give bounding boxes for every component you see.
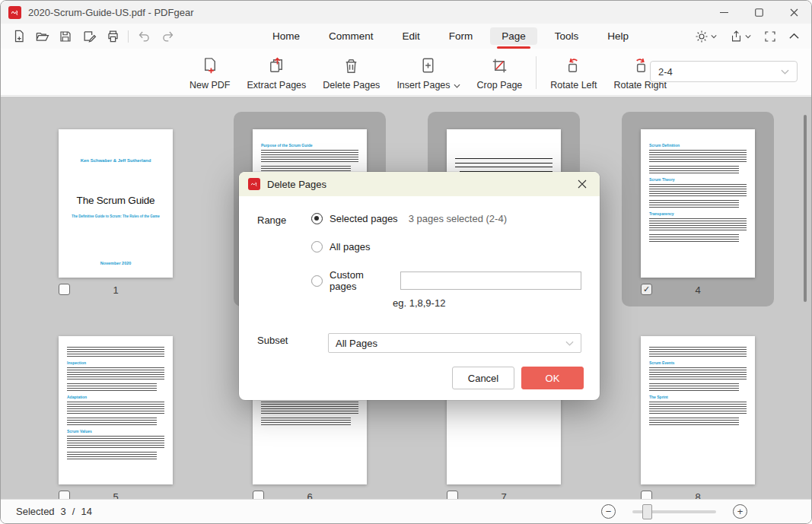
app-window: 2020-Scrum-Guide-US.pdf - PDFgear HomeCo…: [0, 0, 812, 524]
ribbon-separator: [536, 56, 537, 89]
tab-help[interactable]: Help: [596, 27, 640, 45]
maximize-button[interactable]: [741, 1, 776, 24]
page-range-combobox[interactable]: 2-4: [650, 61, 798, 82]
save-as-icon[interactable]: [81, 28, 97, 45]
crop-page-button[interactable]: Crop Page: [469, 53, 531, 92]
tab-edit[interactable]: Edit: [391, 27, 431, 45]
thumb-heading: Purpose of the Scrum Guide: [261, 143, 358, 148]
insert-pages-icon: [418, 55, 438, 76]
page-range-value: 2-4: [658, 66, 673, 78]
zoom-controls: − +: [601, 504, 747, 519]
radio-custom-pages[interactable]: Custom pages: [311, 269, 581, 292]
page-checkbox-7[interactable]: [447, 491, 458, 499]
zoom-slider[interactable]: [632, 510, 716, 513]
delete-pages-dialog: Delete Pages Range Selected pages 3 page…: [239, 172, 600, 400]
tab-tools[interactable]: Tools: [543, 27, 591, 45]
insert-pages-button[interactable]: Insert Pages: [388, 53, 468, 92]
tab-form[interactable]: Form: [438, 27, 485, 45]
page-thumbnail-4[interactable]: Scrum DefinitionScrum TheoryTransparency: [641, 129, 755, 278]
share-export-icon[interactable]: [730, 30, 751, 43]
ribbon-button-label: Crop Page: [477, 80, 523, 91]
radio-all-icon[interactable]: [311, 241, 323, 252]
topright-icons: [695, 24, 799, 49]
toolbar: HomeCommentEditFormPageToolsHelp: [1, 24, 811, 49]
ribbon-button-label: Rotate Left: [550, 80, 597, 91]
radio-all-pages[interactable]: All pages: [311, 241, 581, 252]
page-checkbox-4[interactable]: ✓: [641, 284, 652, 295]
undo-icon[interactable]: [135, 28, 152, 45]
thumb-heading: Transparency: [649, 211, 747, 216]
page-thumbnail-cell-8: Scrum EventsThe Sprint 8: [622, 319, 774, 499]
thumb-heading: Scrum Definition: [649, 143, 747, 148]
selected-count: 3: [61, 506, 66, 517]
rotate-right-icon: [630, 55, 651, 76]
ribbon-button-label: New PDF: [189, 80, 230, 91]
open-file-icon[interactable]: [33, 28, 50, 45]
vertical-scrollbar[interactable]: [804, 115, 807, 302]
crop-page-icon: [489, 55, 510, 76]
subset-value: All Pages: [336, 338, 377, 349]
collapse-ribbon-icon[interactable]: [789, 33, 799, 40]
cover-subtitle: The Definitive Guide to Scrum: The Rules…: [59, 214, 173, 218]
page-checkbox-8[interactable]: [641, 491, 652, 499]
page-thumbnail-8[interactable]: Scrum EventsThe Sprint: [641, 336, 755, 484]
tab-page[interactable]: Page: [490, 27, 537, 45]
page-thumbnail-5[interactable]: InspectionAdaptationScrum Values: [59, 336, 173, 484]
page-thumbnail-1[interactable]: Ken Schwaber & Jeff Sutherland The Scrum…: [59, 129, 173, 278]
subset-dropdown[interactable]: All Pages: [328, 333, 581, 353]
pdfgear-logo-icon: [248, 178, 260, 190]
extract-pages-button[interactable]: Extract Pages: [238, 53, 314, 92]
subset-label: Subset: [257, 333, 311, 353]
selected-pages-info: 3 pages selected (2-4): [409, 213, 507, 224]
tab-comment[interactable]: Comment: [317, 27, 385, 45]
pdfgear-logo-icon: [8, 6, 21, 19]
new-pdf-icon: [199, 55, 220, 76]
delete-pages-button[interactable]: Delete Pages: [314, 53, 388, 92]
zoom-out-button[interactable]: −: [601, 504, 616, 519]
page-checkbox-6[interactable]: [253, 491, 264, 499]
dialog-titlebar: Delete Pages: [239, 172, 600, 196]
menu-tabs: HomeCommentEditFormPageToolsHelp: [261, 24, 640, 49]
quick-access-bar: [10, 24, 176, 49]
dialog-close-icon[interactable]: [574, 176, 591, 192]
redo-icon[interactable]: [159, 28, 176, 45]
cover-author: Ken Schwaber & Jeff Sutherland: [59, 158, 173, 163]
print-icon[interactable]: [104, 28, 121, 45]
page-checkbox-1[interactable]: [59, 284, 70, 295]
selection-status: Selected 3 / 14: [16, 506, 92, 517]
custom-pages-hint: eg. 1,8,9-12: [393, 297, 581, 309]
page-checkbox-5[interactable]: [59, 491, 70, 499]
thumb-heading: Inspection: [67, 360, 164, 365]
extract-pages-icon: [266, 55, 287, 76]
page-ribbon: New PDFExtract PagesDelete PagesInsert P…: [1, 49, 811, 96]
fullscreen-icon[interactable]: [764, 30, 776, 43]
custom-pages-input[interactable]: [400, 272, 581, 290]
radio-custom-icon[interactable]: [311, 275, 323, 287]
toolbar-separator: [128, 30, 129, 43]
thumb-heading: Adaptation: [67, 395, 164, 399]
ribbon-button-label: Delete Pages: [323, 80, 380, 91]
save-icon[interactable]: [57, 28, 74, 45]
radio-selected-icon[interactable]: [311, 213, 323, 224]
minimize-button[interactable]: [706, 1, 741, 24]
page-thumbnail-cell-4: Scrum DefinitionScrum TheoryTransparency…: [622, 112, 774, 306]
theme-icon[interactable]: [695, 30, 717, 43]
page-thumbnail-cell-1: Ken Schwaber & Jeff Sutherland The Scrum…: [40, 112, 192, 306]
zoom-slider-handle[interactable]: [642, 504, 652, 519]
new-document-icon[interactable]: [10, 28, 27, 45]
cancel-button[interactable]: Cancel: [452, 367, 514, 389]
zoom-in-button[interactable]: +: [733, 504, 747, 519]
ok-button[interactable]: OK: [521, 367, 584, 389]
radio-selected-pages[interactable]: Selected pages 3 pages selected (2-4): [311, 213, 581, 224]
new-pdf-button[interactable]: New PDF: [181, 53, 238, 92]
close-button[interactable]: [776, 1, 811, 24]
titlebar: 2020-Scrum-Guide-US.pdf - PDFgear: [1, 1, 811, 24]
statusbar: Selected 3 / 14 − +: [1, 499, 811, 523]
window-title: 2020-Scrum-Guide-US.pdf - PDFgear: [28, 7, 193, 18]
thumb-heading: Scrum Events: [649, 360, 747, 365]
thumb-heading: Scrum Values: [67, 429, 164, 433]
ribbon-button-label: Insert Pages: [396, 80, 460, 91]
rotate-left-button[interactable]: Rotate Left: [542, 53, 605, 92]
total-pages: 14: [81, 506, 91, 517]
tab-home[interactable]: Home: [261, 27, 311, 45]
